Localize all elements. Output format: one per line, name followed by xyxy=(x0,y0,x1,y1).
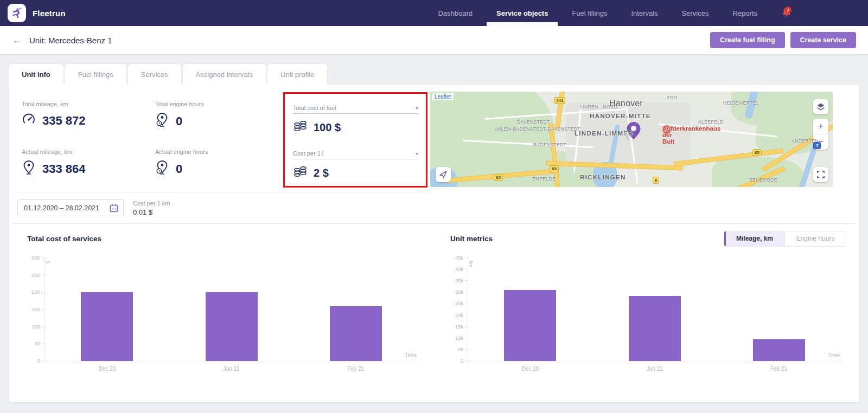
dropdown-total-cost-of-fuel: Total cost of fuel▾100 $ xyxy=(293,105,418,135)
chart-plot: $ Time 050100150200250300Dec 20Jan 21Feb… xyxy=(44,259,418,362)
create-service-button[interactable]: Create service xyxy=(790,32,856,48)
map-label-zoo: ZOO xyxy=(667,95,678,100)
tab-assigned-intervals[interactable]: Assigned intervals xyxy=(183,64,266,85)
tab-services[interactable]: Services xyxy=(128,64,181,85)
leaflet-map[interactable]: Leaflet H KinderkrankenhausAuf der Bult xyxy=(430,92,833,187)
y-tick-mark xyxy=(465,315,468,315)
x-tick-label: Dec 20 xyxy=(504,366,556,372)
dropdown-select-total-cost-of-fuel[interactable]: Total cost of fuel▾ xyxy=(293,105,418,114)
nav-item-dashboard[interactable]: Dashboard xyxy=(436,0,475,26)
map-locate-button[interactable] xyxy=(436,167,451,182)
chart-plot: km Time 05k10k15k20k25k30k35k40k45kDec 2… xyxy=(468,259,841,362)
cost-per-km-block: Cost per 1 km 0.01 $ xyxy=(133,200,170,216)
chart-title: Total cost of services xyxy=(27,235,101,243)
cost-per-km-label: Cost per 1 km xyxy=(133,200,170,206)
back-arrow-icon[interactable]: ← xyxy=(12,35,22,45)
nav-item-fuel-fillings[interactable]: Fuel fillings xyxy=(570,0,609,26)
unit-metrics-chart: Unit metrics Mileage, kmEngine hours km … xyxy=(445,230,846,377)
bar-jan-21 xyxy=(206,292,258,361)
y-axis-unit-label: km xyxy=(468,261,474,267)
y-tick-mark xyxy=(42,292,45,292)
metric-value: 0 xyxy=(176,114,182,128)
map-label-heideviertel: HEIDEVIERTEL xyxy=(723,100,759,106)
leaflet-attribution[interactable]: Leaflet xyxy=(432,93,454,100)
dropdown-cost-per-1-l: Cost per 1 l▾2 $ xyxy=(293,150,418,181)
y-tick-mark xyxy=(465,280,468,281)
metric-value: 0 xyxy=(176,162,182,176)
tab-unit-profile[interactable]: Unit profile xyxy=(267,64,327,85)
dropdown-value: 100 $ xyxy=(314,121,341,134)
x-tick-label: Feb 21 xyxy=(330,366,382,372)
notification-count-badge: 7 xyxy=(784,7,792,14)
calendar-icon xyxy=(110,204,118,212)
tab-fuel-fillings[interactable]: Fuel fillings xyxy=(65,64,126,85)
header-actions: Create fuel fillingCreate service xyxy=(710,32,856,48)
x-tick-label: Jan 21 xyxy=(206,366,258,372)
road-badge-441: 441 xyxy=(554,97,565,104)
y-tick-label: 40k xyxy=(455,266,463,272)
date-range-input[interactable]: 01.12.2020 – 28.02.2021 xyxy=(17,199,124,216)
y-tick-label: 100 xyxy=(31,324,40,330)
metric-label: Total mileage, km xyxy=(22,101,155,107)
map-label-davenstedt: DAVENSTEDT xyxy=(517,119,550,125)
y-tick-mark xyxy=(465,257,468,258)
metrics-grid: Total mileage, km335 872Total engine hou… xyxy=(22,101,284,178)
dropdown-value: 2 $ xyxy=(314,167,329,179)
y-tick-label: 20k xyxy=(455,312,463,318)
map-label-hanover-mitte: HANOVER-MITTE xyxy=(590,113,651,119)
y-tick-label: 300 xyxy=(31,255,40,261)
coins-icon xyxy=(293,165,308,181)
y-tick-label: 25k xyxy=(455,300,463,306)
app-logo xyxy=(8,4,26,22)
road-badge-65: 65 xyxy=(752,149,762,156)
y-tick-mark xyxy=(42,309,45,309)
map-label-ricklingen: RICKLINGEN xyxy=(580,174,626,180)
unit-info-panel: Total mileage, km335 872Total engine hou… xyxy=(9,85,859,402)
nav-item-intervals[interactable]: Intervals xyxy=(629,0,660,26)
notifications-bell[interactable]: 7 xyxy=(781,6,794,20)
navigation-arrow-icon xyxy=(439,170,448,179)
nav-item-reports[interactable]: Reports xyxy=(730,0,760,26)
y-tick-label: 10k xyxy=(455,335,463,341)
create-fuel-filling-button[interactable]: Create fuel filling xyxy=(710,32,784,48)
y-tick-mark xyxy=(465,349,468,350)
map-layers-button[interactable] xyxy=(813,99,828,114)
fullscreen-icon xyxy=(817,171,825,178)
road-badge-7: 7 xyxy=(813,142,821,149)
bar-feb-21 xyxy=(753,339,805,361)
main-nav: DashboardService objectsFuel fillingsInt… xyxy=(436,0,760,26)
zoom-in-button[interactable]: + xyxy=(813,119,828,134)
y-tick-label: 50 xyxy=(34,340,40,346)
top-navbar: Fleetrun DashboardService objectsFuel fi… xyxy=(0,0,868,26)
map-label-ahlem-badenstedt-davenstedt: AHLEM-BADENSTEDT-DAVENSTEDT xyxy=(494,126,580,132)
toggle-mileage-km[interactable]: Mileage, km xyxy=(724,231,785,246)
map-label-badenstedt: BADENSTEDT xyxy=(533,142,566,147)
y-tick-mark xyxy=(465,360,468,361)
location-pin-icon xyxy=(22,160,36,178)
map-label-kleefeld: KLEEFELD xyxy=(698,119,724,125)
brand-name: Fleetrun xyxy=(33,9,66,18)
runner-logo-icon xyxy=(11,7,23,19)
metric-label: Total engine hours xyxy=(155,101,284,107)
y-tick-label: 250 xyxy=(31,272,40,278)
x-tick-label: Jan 21 xyxy=(629,366,681,372)
chevron-down-icon: ▾ xyxy=(416,105,418,111)
nav-item-services[interactable]: Services xyxy=(680,0,711,26)
nav-item-service-objects[interactable]: Service objects xyxy=(494,0,550,26)
road-badge-65: 65 xyxy=(550,165,559,172)
dropdown-select-cost-per-1-l[interactable]: Cost per 1 l▾ xyxy=(293,150,418,159)
metric-label: Actual engine hours xyxy=(155,149,284,155)
tab-unit-info[interactable]: Unit info xyxy=(9,64,63,85)
bar-dec-20 xyxy=(504,290,556,361)
toggle-engine-hours[interactable]: Engine hours xyxy=(785,231,846,246)
y-tick-mark xyxy=(42,257,45,258)
y-tick-label: 0 xyxy=(37,358,40,364)
x-tick-label: Dec 20 xyxy=(81,366,133,372)
metric-value: 333 864 xyxy=(42,162,86,176)
dropdown-label: Cost per 1 l xyxy=(293,150,323,157)
page-title: Unit: Mercedes-Benz 1 xyxy=(29,36,112,45)
date-range-value: 01.12.2020 – 28.02.2021 xyxy=(24,204,99,212)
y-tick-mark xyxy=(42,275,45,275)
x-axis-label: Time xyxy=(828,352,840,358)
map-fullscreen-button[interactable] xyxy=(813,167,828,182)
